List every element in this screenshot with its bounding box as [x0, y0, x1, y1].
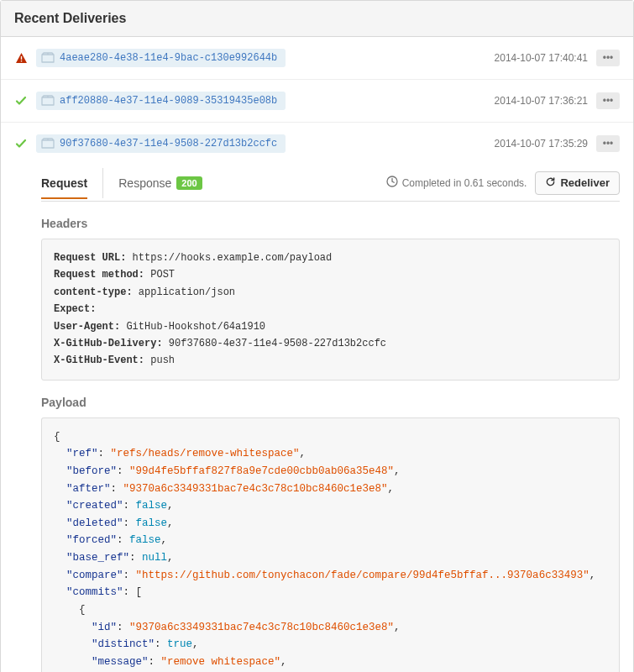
svg-rect-1	[20, 60, 21, 61]
check-icon	[14, 94, 28, 108]
status-badge: 200	[176, 176, 202, 190]
completed-text: Completed in 0.61 seconds.	[386, 176, 527, 190]
expand-button[interactable]: •••	[596, 135, 620, 152]
recent-deliveries-panel: Recent Deliveries 4aeae280-4e38-11e4-9ba…	[0, 0, 634, 672]
panel-title: Recent Deliveries	[14, 11, 620, 26]
redeliver-label: Redeliver	[560, 176, 610, 189]
check-icon	[14, 137, 28, 150]
tab-response[interactable]: Response 200	[102, 168, 202, 198]
delivery-row[interactable]: 90f37680-4e37-11e4-9508-227d13b2ccfc2014…	[1, 123, 633, 165]
delivery-row[interactable]: aff20880-4e37-11e4-9089-35319435e08b2014…	[1, 80, 633, 123]
delivery-timestamp: 2014-10-07 17:40:41	[495, 52, 588, 64]
expand-button[interactable]: •••	[596, 50, 620, 66]
clock-icon	[386, 176, 398, 190]
expand-button[interactable]: •••	[596, 92, 620, 109]
svg-rect-0	[20, 56, 21, 60]
package-icon	[41, 52, 55, 64]
alert-icon	[14, 51, 28, 65]
payload-box: { "ref": "refs/heads/remove-whitespace",…	[41, 417, 620, 672]
delivery-timestamp: 2014-10-07 17:36:21	[495, 95, 588, 107]
tab-request-label: Request	[41, 176, 87, 190]
refresh-icon	[545, 176, 556, 190]
delivery-detail: Request Response 200 Completed in 0.61 s…	[1, 165, 633, 672]
redeliver-button[interactable]: Redeliver	[535, 171, 620, 195]
panel-header: Recent Deliveries	[1, 1, 633, 37]
completed-label: Completed in 0.61 seconds.	[402, 177, 527, 189]
delivery-guid: 4aeae280-4e38-11e4-9bac-c130e992644b	[60, 52, 277, 64]
delivery-guid: 90f37680-4e37-11e4-9508-227d13b2ccfc	[60, 138, 277, 150]
tab-request[interactable]: Request	[41, 168, 87, 198]
delivery-guid-pill[interactable]: 4aeae280-4e38-11e4-9bac-c130e992644b	[36, 49, 286, 67]
tabs-row: Request Response 200 Completed in 0.61 s…	[41, 165, 620, 202]
package-icon	[41, 95, 55, 107]
delivery-row[interactable]: 4aeae280-4e38-11e4-9bac-c130e992644b2014…	[1, 37, 633, 80]
delivery-guid-pill[interactable]: 90f37680-4e37-11e4-9508-227d13b2ccfc	[36, 134, 286, 153]
tab-response-label: Response	[118, 176, 171, 190]
delivery-guid-pill[interactable]: aff20880-4e37-11e4-9089-35319435e08b	[36, 92, 286, 110]
delivery-guid: aff20880-4e37-11e4-9089-35319435e08b	[60, 95, 277, 107]
package-icon	[41, 138, 55, 150]
headers-label: Headers	[41, 217, 620, 230]
headers-box: Request URL: https://hooks.example.com/p…	[41, 239, 620, 381]
delivery-timestamp: 2014-10-07 17:35:29	[495, 138, 588, 150]
payload-label: Payload	[41, 396, 620, 409]
